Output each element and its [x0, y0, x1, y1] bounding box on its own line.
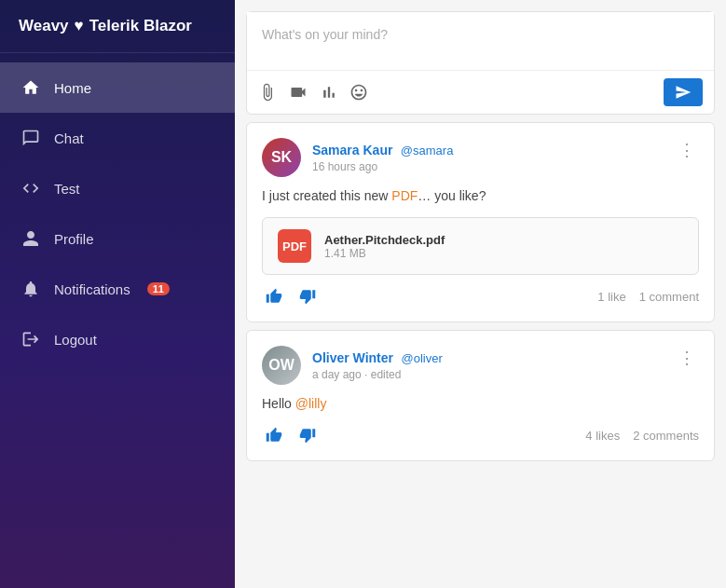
post-likes: 4 likes [585, 429, 620, 443]
composer-input[interactable] [247, 12, 714, 66]
post-author-line: Samara Kaur @samara [312, 142, 453, 158]
like-button[interactable] [262, 425, 286, 445]
post-footer: 4 likes 2 comments [262, 425, 699, 445]
chart-icon[interactable] [320, 83, 338, 102]
avatar: SK [262, 138, 301, 177]
post-comments: 1 comment [639, 290, 699, 304]
sidebar-item-chat[interactable]: Chat [0, 113, 235, 163]
post-author-name: Samara Kaur [312, 143, 392, 157]
post-text-hello: Hello [262, 396, 295, 411]
pdf-icon: PDF [278, 229, 311, 263]
sidebar-item-test-label: Test [54, 181, 80, 197]
post-header: SK Samara Kaur @samara 16 hours ago ⋮ [262, 138, 699, 177]
attachment-info: Aether.Pitchdeck.pdf 1.41 MB [324, 233, 445, 260]
sidebar-item-logout-label: Logout [54, 332, 97, 348]
composer-toolbar [247, 70, 714, 114]
post-card: SK Samara Kaur @samara 16 hours ago ⋮ I … [246, 122, 715, 322]
sidebar-nav: Home Chat Test [0, 53, 235, 374]
post-reactions [262, 425, 320, 445]
post-link-text: PDF [391, 188, 418, 203]
app-title: Weavy ♥ Telerik Blazor [0, 0, 235, 53]
chat-icon [21, 128, 41, 148]
logout-icon [21, 329, 41, 349]
composer-actions [258, 83, 664, 102]
post-stats: 1 like 1 comment [597, 290, 699, 304]
send-button[interactable] [664, 78, 703, 106]
profile-icon [21, 228, 41, 249]
post-stats: 4 likes 2 comments [585, 429, 699, 443]
test-icon [21, 178, 41, 198]
post-author-info: SK Samara Kaur @samara 16 hours ago [262, 138, 453, 177]
post-mention: @lilly [295, 396, 327, 411]
attachment-name: Aether.Pitchdeck.pdf [324, 233, 445, 247]
post-author-handle: @oliver [401, 351, 442, 365]
sidebar-item-chat-label: Chat [54, 130, 84, 146]
post-attachment: PDF Aether.Pitchdeck.pdf 1.41 MB [262, 217, 699, 275]
attachment-icon[interactable] [258, 83, 277, 102]
post-author-info: OW Oliver Winter @oliver a day ago · edi… [262, 346, 443, 385]
app-subtitle: Telerik Blazor [89, 17, 192, 35]
sidebar-item-test[interactable]: Test [0, 163, 235, 213]
main-content: SK Samara Kaur @samara 16 hours ago ⋮ I … [235, 0, 726, 588]
post-meta: Samara Kaur @samara 16 hours ago [312, 142, 453, 173]
sidebar-item-profile[interactable]: Profile [0, 213, 235, 264]
post-composer [246, 11, 715, 115]
post-likes: 1 like [597, 290, 625, 304]
sidebar-item-notifications[interactable]: Notifications 11 [0, 264, 235, 314]
sidebar-item-home[interactable]: Home [0, 62, 235, 113]
heart-icon: ♥ [75, 17, 84, 35]
post-time: a day ago · edited [312, 368, 443, 381]
post-comments: 2 comments [633, 429, 699, 443]
post-body: I just created this new PDF… you like? [262, 186, 699, 206]
post-menu-button[interactable]: ⋮ [675, 346, 699, 370]
app-name: Weavy [19, 17, 69, 35]
post-reactions [262, 286, 320, 307]
sidebar-item-logout[interactable]: Logout [0, 314, 235, 364]
sidebar-item-home-label: Home [54, 80, 91, 96]
post-text: I just created this new [262, 188, 391, 203]
dislike-button[interactable] [295, 286, 320, 307]
notifications-badge: 11 [147, 282, 170, 295]
sidebar: Weavy ♥ Telerik Blazor Home Chat [0, 0, 235, 588]
like-button[interactable] [262, 286, 286, 307]
post-time: 16 hours ago [312, 160, 453, 173]
home-icon [21, 77, 41, 98]
post-meta: Oliver Winter @oliver a day ago · edited [312, 349, 443, 381]
post-menu-button[interactable]: ⋮ [675, 138, 699, 162]
avatar: OW [262, 346, 301, 385]
post-footer: 1 like 1 comment [262, 286, 699, 307]
post-text-2: … you like? [418, 188, 486, 203]
post-author-name: Oliver Winter [312, 350, 393, 365]
video-icon[interactable] [288, 83, 308, 102]
dislike-button[interactable] [295, 425, 320, 445]
post-author-line: Oliver Winter @oliver [312, 349, 443, 366]
post-header: OW Oliver Winter @oliver a day ago · edi… [262, 346, 699, 385]
sidebar-item-notifications-label: Notifications [54, 281, 130, 297]
attachment-size: 1.41 MB [324, 247, 445, 260]
post-card: OW Oliver Winter @oliver a day ago · edi… [246, 330, 715, 461]
sidebar-item-profile-label: Profile [54, 231, 94, 247]
posts-area: SK Samara Kaur @samara 16 hours ago ⋮ I … [235, 122, 726, 472]
post-body: Hello @lilly [262, 394, 699, 414]
emoji-icon[interactable] [349, 83, 368, 102]
bell-icon [21, 279, 41, 299]
post-author-handle: @samara [401, 144, 454, 157]
